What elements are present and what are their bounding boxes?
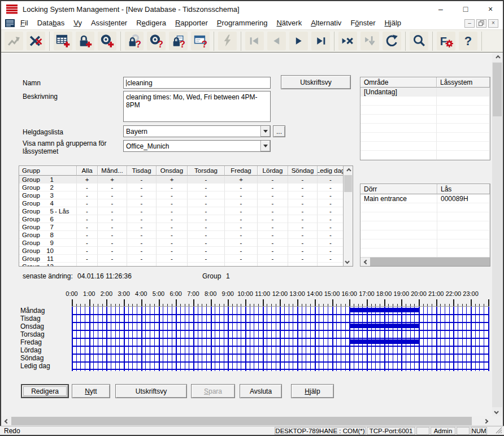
scroll-right-button[interactable] (481, 416, 491, 426)
scrollbar-track[interactable] (492, 117, 502, 407)
button-spara: Spara (191, 384, 235, 398)
main-vertical-scrollbar[interactable] (492, 53, 502, 416)
scrollbar-corner (491, 416, 503, 426)
schedule-day-label: Ledig dag (20, 362, 50, 370)
scroll-left-button[interactable] (1, 416, 11, 426)
button-redigera[interactable]: Redigera (21, 384, 69, 398)
vertical-scrollbar-thumb[interactable] (493, 63, 502, 116)
horizontal-scrollbar-thumb[interactable] (11, 417, 472, 425)
button-hjälp[interactable]: Hjälp (291, 384, 334, 398)
scroll-down-button[interactable] (492, 407, 502, 416)
schedule-day-label: Tisdag (20, 315, 41, 322)
scrollbar-track[interactable] (11, 416, 481, 426)
schedule-bar-måndag[interactable] (349, 308, 419, 312)
chevron-down-icon (494, 409, 498, 414)
chevron-up-icon (496, 55, 500, 60)
status-cell-4 (457, 427, 470, 435)
schedule-day-label: Torsdag (20, 330, 45, 338)
schedule-grid[interactable] (72, 307, 489, 371)
schedule-bar-fredag[interactable] (349, 339, 419, 344)
status-cell-2 (416, 427, 429, 435)
schedule-bar-onsdag[interactable] (349, 324, 419, 328)
schedule-day-label: Måndag (20, 307, 45, 315)
schedule-day-label: Lördag (20, 346, 41, 354)
resize-grip-icon[interactable] (495, 427, 502, 434)
status-cell-0: DESKTOP-789HANE : COM(*) (275, 427, 366, 435)
chevron-left-icon (4, 418, 8, 423)
schedule-hour-label: 23:00 (460, 290, 481, 297)
status-bar: Redo DESKTOP-789HANE : COM(*)TCP-Port:60… (0, 426, 504, 435)
schedule-day-label: Fredag (20, 338, 42, 346)
status-cell-5: NUM (471, 427, 487, 435)
button-nytt[interactable]: Nytt (72, 384, 110, 398)
action-buttons: RedigeraNyttUtskriftsvySparaAvslutaHjälp (0, 384, 504, 398)
button-utskriftsvy[interactable]: Utskriftsvy (115, 384, 187, 398)
weekly-schedule: 0:001:002:003:004:005:006:007:008:009:00… (0, 0, 504, 436)
status-cell-3: Admin (431, 427, 455, 435)
app-window: Locking System Management - [New Databas… (0, 0, 504, 436)
main-horizontal-scrollbar[interactable] (1, 416, 491, 426)
schedule-day-label: Onsdag (20, 322, 44, 330)
schedule-day-label: Söndag (20, 354, 44, 362)
status-ready-text: Redo (4, 427, 20, 435)
status-cell-1: TCP-Port:6001 (367, 427, 415, 435)
button-avsluta[interactable]: Avsluta (240, 384, 282, 398)
schedule-ruler (72, 299, 489, 307)
scroll-up-button[interactable] (492, 53, 502, 62)
chevron-right-icon (483, 418, 488, 423)
